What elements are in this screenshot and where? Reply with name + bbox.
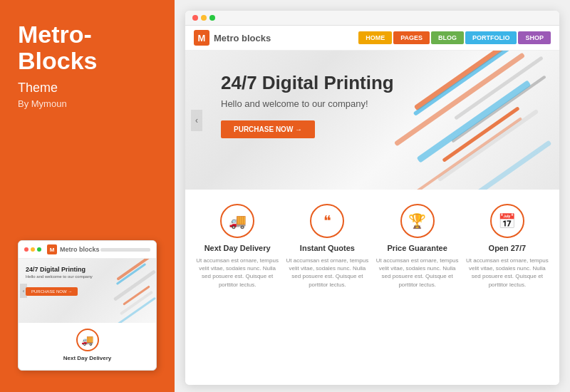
browser-dot-close (192, 15, 198, 21)
hero-title: 24/7 Digital Printing (221, 72, 538, 94)
feature-guarantee-desc: Ut accumsan est ornare, tempus velit vit… (376, 257, 459, 289)
browser-top-bar (185, 11, 559, 26)
mobile-features: 🚚 Next Day Delivery (19, 323, 156, 370)
nav-shop[interactable]: SHOP (518, 31, 551, 44)
delivery-icon: 🚚 (220, 204, 254, 238)
hero-content: 24/7 Digital Printing Hello and welcome … (207, 72, 538, 138)
feature-item-open: 📅 Open 27/7 Ut accumsan est ornare, temp… (466, 204, 549, 374)
nav-home[interactable]: HOME (358, 31, 392, 44)
quotes-icon: ❝ (310, 204, 344, 238)
browser-window: M Metro blocks HOME PAGES BLOG PORTFOLIO… (185, 11, 559, 385)
mobile-dot-yellow (31, 247, 35, 252)
mobile-hero-title: 24/7 Digital Printing (26, 266, 149, 273)
feature-guarantee-title: Price Guarantee (387, 244, 447, 252)
feature-delivery-desc: Ut accumsan est ornare, tempus velit vit… (196, 257, 279, 289)
guarantee-icon: 🏆 (400, 204, 435, 238)
hero-arrow-left[interactable]: ‹ (191, 110, 202, 131)
feature-open-title: Open 27/7 (489, 244, 527, 252)
mobile-feature-item: 🚚 Next Day Delivery (63, 329, 112, 364)
mobile-logo-text: Metro blocks (60, 246, 100, 253)
site-logo-letter: M (194, 30, 209, 46)
feature-quotes-desc: Ut accumsan est ornare, tempus velit vit… (286, 257, 368, 289)
nav-portfolio[interactable]: PORTFOLIO (465, 31, 517, 44)
mobile-nav-strip (100, 248, 150, 252)
nav-blog[interactable]: BLOG (431, 31, 464, 44)
site-hero: ‹ 24/7 Digital Printing Hello an (185, 51, 559, 190)
feature-open-desc: Ut accumsan est ornare, tempus velit vit… (466, 257, 549, 289)
mobile-dots (24, 247, 41, 252)
browser-dot-maximize (209, 15, 215, 21)
theme-subtitle: Theme (18, 81, 157, 96)
hero-subtitle: Hello and welcome to our company! (221, 98, 538, 109)
browser-dots (192, 15, 215, 21)
mobile-purchase-button[interactable]: PURCHASE NOW → (26, 287, 78, 296)
mobile-hero: ‹ 24/7 Digital Printing Hello and welcom… (19, 259, 156, 323)
site-nav: M Metro blocks HOME PAGES BLOG PORTFOLIO… (185, 26, 559, 51)
features-section: 🚚 Next Day Delivery Ut accumsan est orna… (185, 190, 559, 385)
mobile-dot-green (37, 247, 41, 252)
feature-item-quotes: ❝ Instant Quotes Ut accumsan est ornare,… (286, 204, 368, 374)
mobile-mockup: M Metro blocks ‹ 24/7 Digital Printing H… (18, 240, 157, 371)
theme-by: By Mymoun (18, 98, 157, 109)
left-panel: Metro-Blocks Theme By Mymoun M Metro blo… (0, 0, 175, 392)
purchase-button[interactable]: PURCHASE NOW → (221, 120, 315, 138)
mobile-top-bar: M Metro blocks (19, 241, 156, 259)
feature-quotes-title: Instant Quotes (300, 244, 355, 252)
feature-delivery-title: Next Day Delivery (204, 244, 271, 252)
mobile-logo-letter: M (47, 244, 57, 254)
right-panel: M Metro blocks HOME PAGES BLOG PORTFOLIO… (175, 0, 570, 392)
site-nav-links: HOME PAGES BLOG PORTFOLIO SHOP (358, 31, 551, 44)
mobile-dot-red (24, 247, 28, 252)
site-logo-text: Metro blocks (214, 33, 271, 43)
mobile-delivery-icon: 🚚 (76, 329, 99, 351)
mobile-logo: M Metro blocks (47, 244, 100, 254)
feature-item-guarantee: 🏆 Price Guarantee Ut accumsan est ornare… (376, 204, 459, 374)
browser-dot-minimize (201, 15, 207, 21)
open-icon: 📅 (490, 204, 524, 238)
mobile-feature-title: Next Day Delivery (63, 355, 112, 364)
mobile-hero-sub: Hello and welcome to our company (26, 274, 149, 279)
theme-title: Metro-Blocks (18, 21, 157, 75)
browser-body: M Metro blocks HOME PAGES BLOG PORTFOLIO… (185, 26, 559, 385)
site-logo: M Metro blocks (194, 30, 271, 46)
nav-pages[interactable]: PAGES (393, 31, 430, 44)
feature-item-delivery: 🚚 Next Day Delivery Ut accumsan est orna… (196, 204, 279, 374)
